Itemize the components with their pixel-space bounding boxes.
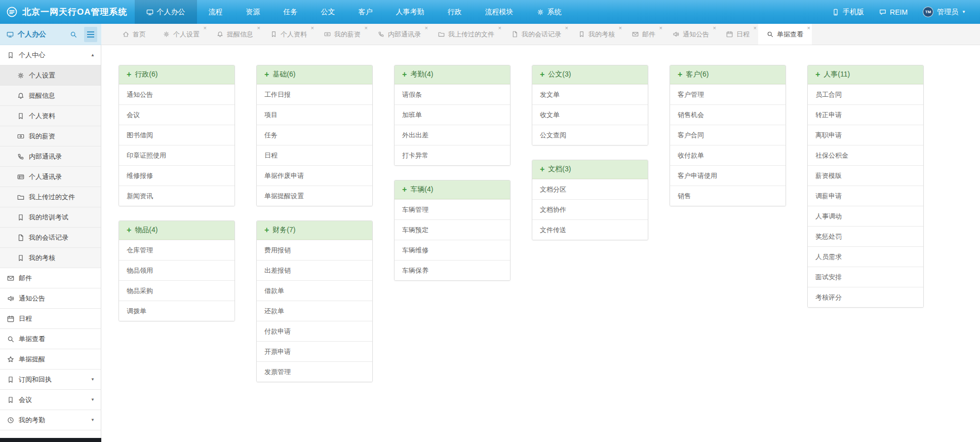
card-menu-item[interactable]: 新闻资讯 [119,186,234,206]
card-menu-item[interactable]: 车辆预定 [395,219,510,240]
sidebar-item[interactable]: 我上传过的文件 [0,187,101,207]
sidebar-item[interactable]: 会议▼ [0,390,101,410]
sidebar-item[interactable]: 个人设置 [0,65,101,86]
topbar-nav-item[interactable]: 任务 [272,0,309,24]
card-menu-item[interactable]: 奖惩处罚 [808,226,923,246]
card-menu-item[interactable]: 文档协作 [532,199,648,219]
card-menu-item[interactable]: 请假条 [395,84,510,104]
card-header[interactable]: +基础(6) [257,65,372,84]
card-menu-item[interactable]: 车辆管理 [395,199,510,219]
sidebar-item[interactable]: 提醒信息 [0,86,101,106]
card-menu-item[interactable]: 调薪申请 [808,186,923,206]
sidebar-item[interactable]: 单据查看 [0,329,101,349]
topbar-nav-item[interactable]: 人事考勤 [384,0,436,24]
sidebar-collapse-button[interactable] [84,27,97,42]
card-menu-item[interactable]: 打卡异常 [395,145,510,165]
card-menu-item[interactable]: 单据作废申请 [257,165,372,186]
card-header[interactable]: +财务(7) [257,221,372,240]
sidebar-item[interactable]: 日程 [0,309,101,329]
sidebar-search-button[interactable] [68,29,79,40]
card-header[interactable]: +车辆(4) [395,180,510,199]
topbar-nav-item[interactable]: 系统 [525,0,573,24]
tab-close-icon[interactable]: × [204,25,207,31]
sidebar-item[interactable]: 单据提醒 [0,349,101,370]
card-menu-item[interactable]: 考核评分 [808,287,923,307]
sidebar-item[interactable]: 邮件 [0,268,101,288]
card-menu-item[interactable]: 任务 [257,125,372,145]
card-header[interactable]: +公文(3) [532,65,648,84]
card-menu-item[interactable]: 开票申请 [257,341,372,361]
topbar-nav-item[interactable]: 流程 [197,0,234,24]
card-menu-item[interactable]: 项目 [257,104,372,125]
card-header[interactable]: +文档(3) [532,160,648,179]
card-menu-item[interactable]: 社保公积金 [808,145,923,165]
tab-item[interactable]: 我上传过的文件× [429,24,503,45]
topbar-nav-item[interactable]: 个人办公 [135,0,197,24]
card-menu-item[interactable]: 物品采购 [119,280,234,301]
tab-close-icon[interactable]: × [565,25,568,31]
card-menu-item[interactable]: 客户合同 [670,125,786,145]
tab-item[interactable]: 个人设置× [154,24,208,45]
card-menu-item[interactable]: 薪资模版 [808,165,923,186]
user-menu[interactable]: TM 管理员 ▼ [923,7,966,17]
card-header[interactable]: +人事(11) [808,65,923,84]
card-menu-item[interactable]: 车辆保养 [395,260,510,280]
sidebar-item[interactable]: 我的会话记录 [0,228,101,248]
tab-item[interactable]: 日程× [718,24,758,45]
card-menu-item[interactable]: 面试安排 [808,267,923,287]
sidebar-item[interactable]: 个人中心▲ [0,45,101,65]
tab-close-icon[interactable]: × [498,25,501,31]
card-menu-item[interactable]: 费用报销 [257,240,372,260]
sidebar-item[interactable]: 我的薪资 [0,126,101,146]
topbar-nav-item[interactable]: 客户 [347,0,384,24]
card-menu-item[interactable]: 客户管理 [670,84,786,104]
card-menu-item[interactable]: 转正申请 [808,104,923,125]
card-menu-item[interactable]: 文件传送 [532,219,648,240]
tab-close-icon[interactable]: × [257,25,260,31]
card-menu-item[interactable]: 发票管理 [257,361,372,382]
topbar-right-item[interactable]: 手机版 [832,8,864,17]
tab-close-icon[interactable]: × [807,25,810,31]
sidebar-item[interactable]: 个人通讯录 [0,167,101,187]
card-menu-item[interactable]: 图书借阅 [119,125,234,145]
card-menu-item[interactable]: 公文查阅 [532,125,648,145]
tab-item[interactable]: 单据查看× [758,24,812,45]
sidebar-item[interactable]: 通知公告 [0,288,101,309]
card-menu-item[interactable]: 调拨单 [119,301,234,321]
card-menu-item[interactable]: 外出出差 [395,125,510,145]
card-menu-item[interactable]: 车辆维修 [395,240,510,260]
tab-item[interactable]: 首页 [114,24,154,45]
sidebar-item[interactable]: 我的考核 [0,248,101,268]
tab-item[interactable]: 邮件× [623,24,664,45]
topbar-right-item[interactable]: REIM [879,8,908,16]
tab-item[interactable]: 内部通讯录× [369,24,429,45]
card-menu-item[interactable]: 发文单 [532,84,648,104]
card-menu-item[interactable]: 销售机会 [670,104,786,125]
card-menu-item[interactable]: 借款单 [257,280,372,301]
card-header[interactable]: +客户(6) [670,65,786,84]
card-menu-item[interactable]: 印章证照使用 [119,145,234,165]
tab-item[interactable]: 通知公告× [664,24,718,45]
sidebar-item[interactable]: 内部通讯录 [0,146,101,167]
card-header[interactable]: +物品(4) [119,221,234,240]
card-header[interactable]: +行政(6) [119,65,234,84]
tab-item[interactable]: 我的薪资× [316,24,369,45]
card-menu-item[interactable]: 销售 [670,186,786,206]
card-menu-item[interactable]: 工作日报 [257,84,372,104]
card-menu-item[interactable]: 还款单 [257,301,372,321]
card-menu-item[interactable]: 离职申请 [808,125,923,145]
card-menu-item[interactable]: 物品领用 [119,260,234,280]
card-menu-item[interactable]: 会议 [119,104,234,125]
tab-close-icon[interactable]: × [754,25,757,31]
card-menu-item[interactable]: 人事调动 [808,206,923,226]
topbar-nav-item[interactable]: 资源 [234,0,272,24]
tab-close-icon[interactable]: × [425,25,428,31]
sidebar-item[interactable]: 订阅和回执▼ [0,370,101,390]
sidebar-item[interactable]: 个人资料 [0,106,101,126]
tab-item[interactable]: 个人资料× [262,24,316,45]
card-menu-item[interactable]: 加班单 [395,104,510,125]
card-header[interactable]: +考勤(4) [395,65,510,84]
tab-item[interactable]: 我的会话记录× [503,24,570,45]
topbar-nav-item[interactable]: 行政 [436,0,474,24]
tab-close-icon[interactable]: × [365,25,368,31]
